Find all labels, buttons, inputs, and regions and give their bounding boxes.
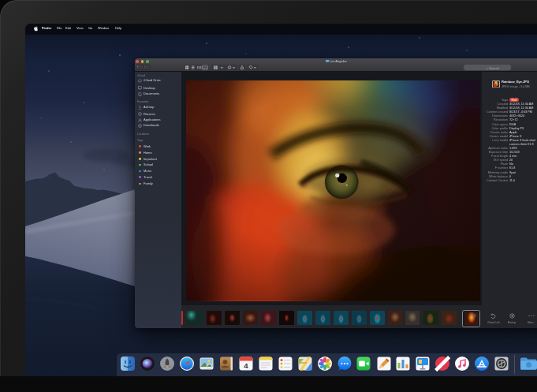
svg-text:4: 4 bbox=[244, 361, 248, 370]
